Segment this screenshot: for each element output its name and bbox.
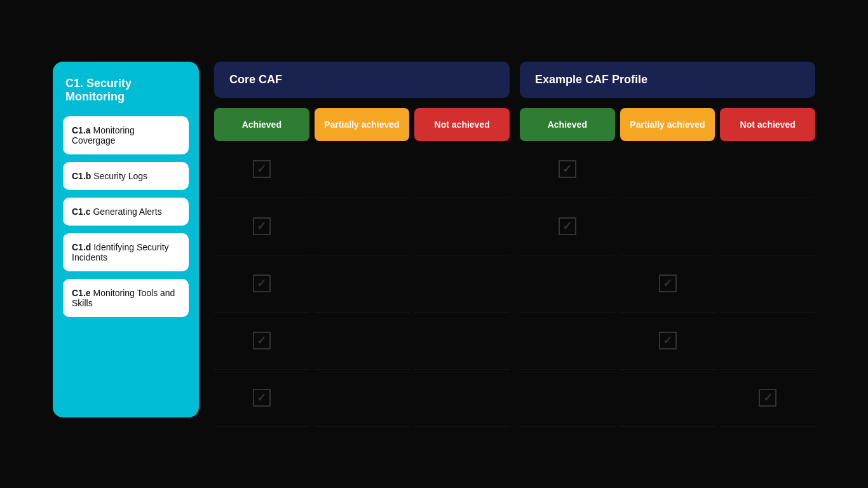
example-grid (520, 141, 815, 427)
core-caf-title: Core CAF (229, 73, 282, 86)
grid-cell (720, 313, 815, 370)
sidebar: C1. Security Monitoring C1.a Monitoring … (53, 62, 199, 417)
checkbox-icon (659, 274, 677, 292)
grid-cell (315, 255, 410, 313)
grid-cell (214, 198, 309, 255)
example-caf-header: Example CAF Profile (520, 62, 815, 98)
example-caf-title: Example CAF Profile (535, 73, 648, 86)
grid-cell (520, 198, 615, 255)
grid-cell (315, 370, 410, 427)
grid-cell (720, 141, 815, 198)
checkbox-icon (253, 217, 271, 235)
grid-cell (214, 255, 309, 313)
checkbox-icon (559, 160, 576, 178)
grid-cell (414, 370, 510, 427)
example-not-achieved-badge: Not achieved (720, 108, 815, 141)
core-col-achieved (214, 141, 309, 427)
grid-cell (720, 370, 815, 427)
example-col-partial (620, 141, 715, 427)
core-partial-badge: Partially achieved (315, 108, 410, 141)
badges-and-grid: Achieved Partially achieved Not achieved… (214, 108, 815, 427)
core-col-partial (315, 141, 410, 427)
grid-cell (214, 313, 309, 370)
grid-cell (414, 255, 510, 313)
grid-cell (214, 141, 309, 198)
sidebar-title: C1. Security Monitoring (63, 77, 189, 104)
core-not-achieved-badge: Not achieved (414, 108, 510, 141)
main-container: C1. Security Monitoring C1.a Monitoring … (53, 62, 815, 427)
grid-cell (620, 198, 715, 255)
grid-cell (520, 141, 615, 198)
grid-cell (414, 313, 510, 370)
example-col-achieved (520, 141, 615, 427)
core-achieved-badge: Achieved (214, 108, 309, 141)
grid-cell (315, 141, 410, 198)
grid-cell (315, 313, 410, 370)
sidebar-item: C1.a Monitoring Covergage (63, 116, 189, 154)
grid-cell (214, 370, 309, 427)
grid-cell (620, 255, 715, 313)
checkbox-icon (253, 274, 271, 292)
checkbox-icon (253, 160, 271, 178)
grid-cell (620, 370, 715, 427)
example-badge-group: Achieved Partially achieved Not achieved (520, 108, 815, 141)
core-col-not (414, 141, 510, 427)
sidebar-item: C1.e Monitoring Tools and Skills (63, 279, 189, 317)
content-area: Core CAF Example CAF Profile Achieved Pa… (199, 62, 815, 427)
example-partial-badge: Partially achieved (620, 108, 715, 141)
grid-cell (720, 255, 815, 313)
example-achieved-badge: Achieved (520, 108, 615, 141)
badges-row: Achieved Partially achieved Not achieved… (214, 108, 815, 141)
core-grid (214, 141, 510, 427)
grid-cell (414, 198, 510, 255)
core-caf-header: Core CAF (214, 62, 510, 98)
grid-cell (315, 198, 410, 255)
checkbox-icon (759, 389, 776, 407)
sidebar-items: C1.a Monitoring CovergageC1.b Security L… (63, 116, 189, 317)
grid-cell (414, 141, 510, 198)
grid-cell (620, 141, 715, 198)
grid-cell (520, 313, 615, 370)
grid-cell (520, 370, 615, 427)
grid-cell (720, 198, 815, 255)
headers-row: Core CAF Example CAF Profile (214, 62, 815, 98)
checkbox-icon (253, 332, 271, 349)
sidebar-item: C1.c Generating Alerts (63, 198, 189, 226)
checkbox-icon (253, 389, 271, 407)
grid-cell (620, 313, 715, 370)
example-grid-inner (520, 141, 815, 427)
grid-cell (520, 255, 615, 313)
sidebar-item: C1.b Security Logs (63, 162, 189, 190)
checkbox-icon (659, 332, 677, 349)
example-col-not (720, 141, 815, 427)
checkbox-icon (559, 217, 576, 235)
sidebar-title-code: C1. (65, 77, 83, 90)
core-grid-inner (214, 141, 510, 427)
sidebar-item: C1.d Identifying Security Incidents (63, 233, 189, 271)
core-badge-group: Achieved Partially achieved Not achieved (214, 108, 510, 141)
grid-section (214, 141, 815, 427)
